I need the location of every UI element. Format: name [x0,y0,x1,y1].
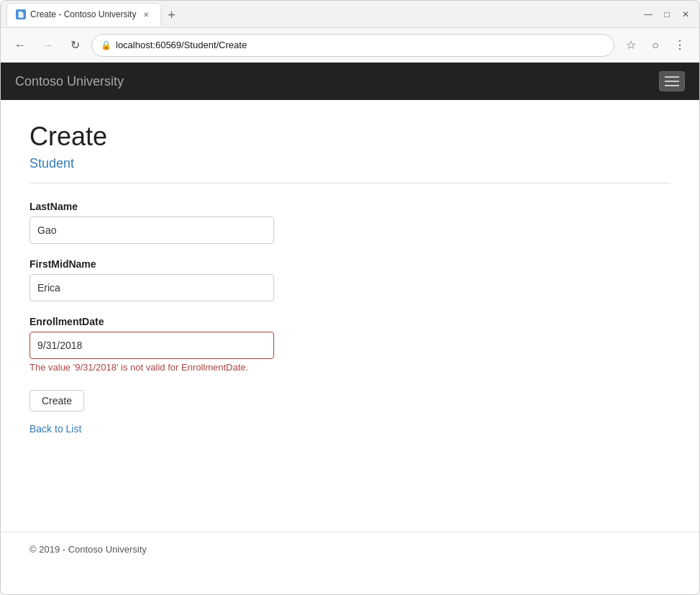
app-navbar: Contoso University [1,63,699,100]
close-button[interactable]: ✕ [678,6,694,22]
lock-icon: 🔒 [101,40,112,50]
tabs-area: 📄 Create - Contoso University ✕ + [6,3,635,26]
refresh-button[interactable]: ↻ [64,35,86,56]
enrollmentdate-label: EnrollmentDate [29,316,671,327]
validation-error-message: The value '9/31/2018' is not valid for E… [29,362,671,373]
hamburger-bar-1 [665,76,679,78]
page-title: Create [29,122,671,152]
back-button[interactable]: ← [9,35,31,56]
maximize-button[interactable]: □ [659,6,675,22]
navbar-toggle-button[interactable] [659,71,685,91]
form-actions: Create [29,387,671,423]
minimize-button[interactable]: ― [640,6,656,22]
browser-window: 📄 Create - Contoso University ✕ + ― □ ✕ … [0,0,700,595]
firstname-input[interactable] [29,274,274,301]
bookmark-button[interactable]: ☆ [620,35,642,56]
page-subtitle: Student [29,156,671,171]
new-tab-button[interactable]: + [161,6,181,26]
firstname-group: FirstMidName [29,258,671,301]
address-bar[interactable]: 🔒 localhost:60569/Student/Create [91,34,614,57]
hamburger-bar-3 [665,85,679,86]
create-button[interactable]: Create [29,390,84,412]
forward-button[interactable]: → [37,35,58,56]
divider [29,183,671,183]
window-controls: ― □ ✕ [640,6,694,22]
firstname-label: FirstMidName [29,258,671,270]
browser-tab[interactable]: 📄 Create - Contoso University ✕ [6,3,161,26]
app-footer: © 2019 - Contoso University [1,532,699,566]
hamburger-bar-2 [665,81,679,82]
lastname-input[interactable] [29,217,274,244]
lastname-label: LastName [29,201,671,212]
app-brand: Contoso University [15,74,124,89]
browser-titlebar: 📄 Create - Contoso University ✕ + ― □ ✕ [1,1,699,28]
url-text: localhost:60569/Student/Create [116,40,605,50]
lastname-group: LastName [29,201,671,244]
enrollmentdate-group: EnrollmentDate The value '9/31/2018' is … [29,316,671,373]
menu-button[interactable]: ⋮ [669,35,691,56]
enrollmentdate-input[interactable] [29,332,274,359]
create-form: LastName FirstMidName EnrollmentDate The… [29,201,671,435]
tab-close-button[interactable]: ✕ [140,9,152,20]
footer-text: © 2019 - Contoso University [29,544,147,555]
back-to-list-link[interactable]: Back to List [29,423,671,435]
app-content: Create Student LastName FirstMidName Enr… [1,100,699,532]
profile-button[interactable]: ○ [645,35,666,56]
toolbar-actions: ☆ ○ ⋮ [620,35,691,56]
tab-title: Create - Contoso University [30,9,136,19]
tab-favicon: 📄 [16,9,26,19]
browser-toolbar: ← → ↻ 🔒 localhost:60569/Student/Create ☆… [1,28,699,63]
